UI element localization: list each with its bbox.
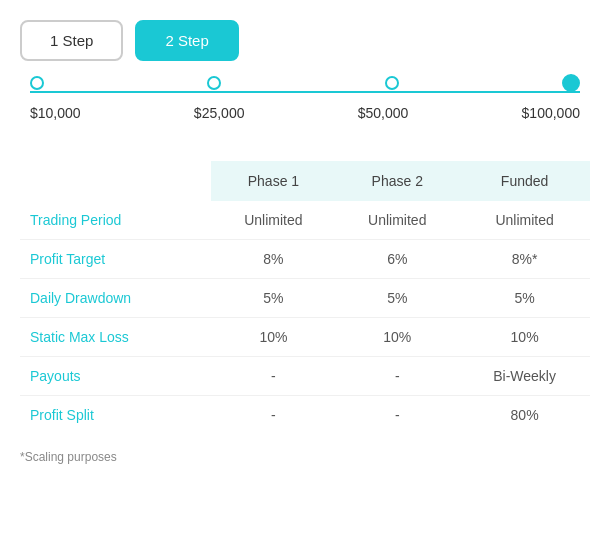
slider-label-2: $50,000: [358, 105, 409, 121]
slider-label-3: $100,000: [522, 105, 580, 121]
row-phase1-3: 10%: [211, 318, 335, 357]
row-funded-3: 10%: [459, 318, 590, 357]
row-funded-0: Unlimited: [459, 201, 590, 240]
slider-track[interactable]: [30, 91, 580, 93]
row-funded-5: 80%: [459, 396, 590, 435]
slider-dot-3[interactable]: [562, 74, 580, 92]
row-phase1-4: -: [211, 357, 335, 396]
col-header-phase2: Phase 2: [335, 161, 459, 201]
row-label-3: Static Max Loss: [20, 318, 211, 357]
slider-dots: [30, 83, 580, 101]
comparison-table: Phase 1 Phase 2 Funded Trading PeriodUnl…: [20, 161, 590, 434]
table-row: Daily Drawdown5%5%5%: [20, 279, 590, 318]
row-label-2: Daily Drawdown: [20, 279, 211, 318]
step2-button[interactable]: 2 Step: [135, 20, 238, 61]
table-row: Trading PeriodUnlimitedUnlimitedUnlimite…: [20, 201, 590, 240]
slider-label-0: $10,000: [30, 105, 81, 121]
row-funded-1: 8%*: [459, 240, 590, 279]
row-phase1-5: -: [211, 396, 335, 435]
row-phase2-5: -: [335, 396, 459, 435]
row-phase1-0: Unlimited: [211, 201, 335, 240]
table-row: Profit Target8%6%8%*: [20, 240, 590, 279]
row-label-5: Profit Split: [20, 396, 211, 435]
col-header-phase1: Phase 1: [211, 161, 335, 201]
row-funded-2: 5%: [459, 279, 590, 318]
row-phase1-2: 5%: [211, 279, 335, 318]
row-funded-4: Bi-Weekly: [459, 357, 590, 396]
row-phase2-4: -: [335, 357, 459, 396]
row-phase1-1: 8%: [211, 240, 335, 279]
slider-dot-2[interactable]: [385, 76, 399, 90]
row-label-1: Profit Target: [20, 240, 211, 279]
slider-dot-1[interactable]: [207, 76, 221, 90]
row-phase2-1: 6%: [335, 240, 459, 279]
step1-button[interactable]: 1 Step: [20, 20, 123, 61]
table-row: Payouts--Bi-Weekly: [20, 357, 590, 396]
slider-label-1: $25,000: [194, 105, 245, 121]
row-label-0: Trading Period: [20, 201, 211, 240]
row-phase2-0: Unlimited: [335, 201, 459, 240]
row-phase2-3: 10%: [335, 318, 459, 357]
slider-dot-0[interactable]: [30, 76, 44, 90]
slider-labels: $10,000 $25,000 $50,000 $100,000: [30, 105, 580, 121]
footnote: *Scaling purposes: [20, 450, 590, 464]
step-buttons: 1 Step 2 Step: [20, 20, 590, 61]
row-label-4: Payouts: [20, 357, 211, 396]
row-phase2-2: 5%: [335, 279, 459, 318]
account-size-slider: $10,000 $25,000 $50,000 $100,000: [30, 91, 580, 121]
table-row: Profit Split--80%: [20, 396, 590, 435]
col-header-label: [20, 161, 211, 201]
col-header-funded: Funded: [459, 161, 590, 201]
table-row: Static Max Loss10%10%10%: [20, 318, 590, 357]
